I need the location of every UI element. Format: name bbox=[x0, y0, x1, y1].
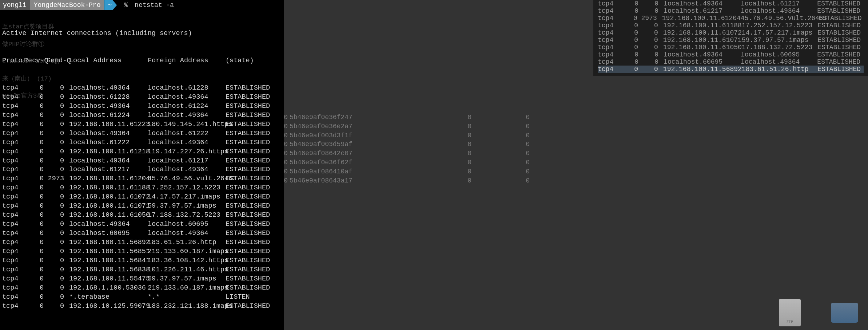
cell-state: ESTABLISHED bbox=[817, 44, 864, 51]
netstat-row[interactable]: tcp400localhost.61217localhost.49364ESTA… bbox=[598, 7, 864, 15]
hash-cell: 0 bbox=[284, 122, 290, 131]
netstat-row[interactable]: tcp400localhost.61222localhost.49364ESTA… bbox=[2, 138, 284, 148]
hash-cell: 0 bbox=[471, 176, 530, 185]
netstat-row[interactable]: tcp402973192.168.100.11.6120445.76.49.56… bbox=[2, 174, 284, 184]
cell-local-address: 192.168.100.11.61204 bbox=[662, 15, 741, 22]
netstat-row[interactable]: tcp400localhost.49364localhost.61217ESTA… bbox=[2, 157, 284, 166]
cell-foreign-address: localhost.49364 bbox=[741, 58, 817, 66]
netstat-row[interactable]: tcp400192.168.100.11.56892183.61.51.26.h… bbox=[2, 238, 284, 247]
cell-proto: tcp4 bbox=[2, 157, 24, 166]
cell-proto: tcp4 bbox=[2, 256, 24, 266]
netstat-row[interactable]: tcp400192.168.100.11.6118817.252.157.12.… bbox=[598, 22, 864, 29]
cell-foreign-address: localhost.61217 bbox=[741, 0, 817, 7]
terminal-window-left[interactable]: 互star点赞项目群做PHP讨论群①c.Weixin SDK 1群来（南山） (… bbox=[0, 0, 284, 330]
cell-recvq: 0 bbox=[24, 247, 47, 256]
hash-cell: 0 bbox=[362, 140, 471, 149]
cell-state: ESTABLISHED bbox=[226, 229, 273, 238]
netstat-row[interactable]: tcp400192.168.1.100.53036219.133.60.187.… bbox=[2, 284, 284, 293]
cell-recvq: 0 bbox=[24, 84, 47, 93]
terminal-window-right[interactable]: tcp400localhost.49364localhost.61217ESTA… bbox=[593, 0, 868, 76]
netstat-row[interactable]: tcp402973192.168.100.11.6120445.76.49.56… bbox=[598, 15, 864, 22]
netstat-row[interactable]: tcp400192.168.100.11.5547559.37.97.57.im… bbox=[2, 275, 284, 284]
netstat-row[interactable]: tcp400192.168.100.11.6107214.17.57.217.i… bbox=[598, 29, 864, 36]
netstat-row[interactable]: tcp400192.168.100.11.56841183.36.108.142… bbox=[2, 256, 284, 266]
cell-sendq: 2973 bbox=[47, 174, 69, 184]
cell-state: ESTABLISHED bbox=[226, 266, 273, 275]
cell-state: ESTABLISHED bbox=[226, 148, 273, 157]
terminal-output[interactable]: Active Internet connections (including s… bbox=[0, 10, 284, 329]
cell-recvq: 0 bbox=[24, 184, 47, 193]
hash-cell: 0 bbox=[471, 158, 530, 167]
netstat-row[interactable]: tcp400192.168.100.11.6107159.37.97.57.im… bbox=[598, 36, 864, 44]
cell-local-address: 192.168.100.11.56838 bbox=[69, 266, 148, 275]
netstat-row[interactable]: tcp400192.168.100.11.6107214.17.57.217.i… bbox=[2, 193, 284, 202]
cell-proto: tcp4 bbox=[598, 44, 619, 51]
cell-foreign-address: localhost.61217 bbox=[148, 157, 226, 166]
cell-proto: tcp4 bbox=[2, 111, 24, 120]
cell-recvq: 0 bbox=[24, 220, 47, 229]
prompt-command[interactable]: netstat -a bbox=[135, 1, 174, 9]
cell-recvq: 0 bbox=[619, 51, 641, 58]
cell-sendq: 0 bbox=[47, 229, 69, 238]
netstat-row[interactable]: tcp400localhost.49364localhost.60695ESTA… bbox=[598, 51, 864, 58]
cell-foreign-address: 183.36.108.142.https bbox=[148, 256, 226, 266]
cell-foreign-address: localhost.49364 bbox=[148, 165, 226, 174]
cell-recvq: 0 bbox=[24, 193, 47, 202]
cell-sendq: 0 bbox=[47, 184, 69, 193]
netstat-row[interactable]: tcp400localhost.61217localhost.49364ESTA… bbox=[2, 165, 284, 174]
netstat-row[interactable]: tcp400192.168.100.11.6105017.188.132.72.… bbox=[2, 211, 284, 220]
cell-recvq: 0 bbox=[24, 229, 47, 238]
cell-local-address: 192.168.100.11.61050 bbox=[663, 44, 742, 51]
cell-proto: tcp4 bbox=[2, 129, 24, 138]
terminal-prompt-line[interactable]: yongli YongdeMacBook-Pro ~ % netstat -a bbox=[0, 0, 284, 10]
netstat-row[interactable]: tcp400*.terabase*.*LISTEN bbox=[2, 293, 284, 302]
cell-recvq: 0 bbox=[24, 293, 47, 302]
netstat-row[interactable]: tcp400192.168.100.11.56851219.133.60.187… bbox=[2, 247, 284, 256]
netstat-row[interactable]: tcp400192.168.100.11.6107159.37.97.57.im… bbox=[2, 202, 284, 211]
netstat-row[interactable]: tcp400localhost.49364localhost.61222ESTA… bbox=[2, 129, 284, 138]
folder-icon[interactable] bbox=[828, 294, 861, 326]
hash-cell: 5b46e9af0e36f62f bbox=[290, 158, 362, 167]
background-hash-output: 05b46e9af0e36f2470005b46e9af0e36e2a70005… bbox=[284, 113, 530, 185]
netstat-row[interactable]: tcp400192.168.100.11.6118817.252.157.12.… bbox=[2, 184, 284, 193]
netstat-row[interactable]: tcp400192.168.100.11.56892183.61.51.26.h… bbox=[598, 66, 864, 73]
netstat-row[interactable]: tcp400localhost.49364localhost.61224ESTA… bbox=[2, 102, 284, 111]
folder-icon-shape bbox=[831, 303, 858, 323]
netstat-row[interactable]: tcp400192.168.100.11.61223180.149.145.24… bbox=[2, 120, 284, 129]
cell-local-address: 192.168.10.125.59079 bbox=[69, 302, 148, 311]
cell-proto: tcp4 bbox=[2, 275, 24, 284]
cell-proto: tcp4 bbox=[598, 15, 618, 22]
cell-recvq: 0 bbox=[619, 0, 641, 7]
cell-sendq: 0 bbox=[47, 165, 69, 174]
cell-foreign-address: 180.149.145.241.https bbox=[148, 120, 226, 129]
cell-proto: tcp4 bbox=[2, 302, 24, 311]
netstat-row[interactable]: tcp400192.168.100.11.6105017.188.132.72.… bbox=[598, 44, 864, 51]
netstat-row[interactable]: tcp400localhost.60695localhost.49364ESTA… bbox=[598, 58, 864, 66]
netstat-row[interactable]: tcp400192.168.10.125.59079183.232.121.18… bbox=[2, 302, 284, 311]
netstat-row[interactable]: tcp400localhost.49364localhost.60695ESTA… bbox=[2, 220, 284, 229]
zip-file-icon[interactable]: ZIP bbox=[773, 294, 806, 326]
netstat-row[interactable]: tcp400localhost.60695localhost.49364ESTA… bbox=[2, 229, 284, 238]
cell-recvq: 0 bbox=[24, 165, 47, 174]
cell-proto: tcp4 bbox=[2, 247, 24, 256]
netstat-row[interactable]: tcp400192.168.100.11.56838101.226.211.46… bbox=[2, 266, 284, 275]
cell-state: ESTABLISHED bbox=[226, 211, 273, 220]
cell-proto: tcp4 bbox=[598, 58, 619, 66]
cell-sendq: 0 bbox=[641, 44, 663, 51]
hash-cell: 5b46e9af086410af bbox=[290, 167, 362, 176]
netstat-row[interactable]: tcp400192.168.100.11.61218119.147.227.26… bbox=[2, 148, 284, 157]
cell-sendq: 0 bbox=[47, 148, 69, 157]
cell-local-address: *.terabase bbox=[69, 293, 148, 302]
cell-state: ESTABLISHED bbox=[817, 0, 864, 7]
hash-row: 05b46e9af003d3f1f00 bbox=[284, 131, 530, 140]
netstat-row[interactable]: tcp400localhost.49364localhost.61228ESTA… bbox=[2, 84, 284, 93]
netstat-row[interactable]: tcp400localhost.61228localhost.49364ESTA… bbox=[2, 93, 284, 102]
hash-cell: 0 bbox=[471, 149, 530, 158]
cell-local-address: localhost.60695 bbox=[69, 229, 148, 238]
cell-recvq: 0 bbox=[619, 29, 641, 36]
cell-proto: tcp4 bbox=[2, 138, 24, 148]
netstat-row[interactable]: tcp400localhost.49364localhost.61217ESTA… bbox=[598, 0, 864, 7]
cell-recvq: 0 bbox=[24, 211, 47, 220]
netstat-row[interactable]: tcp400localhost.61224localhost.49364ESTA… bbox=[2, 111, 284, 120]
col-state: (state) bbox=[226, 56, 273, 66]
